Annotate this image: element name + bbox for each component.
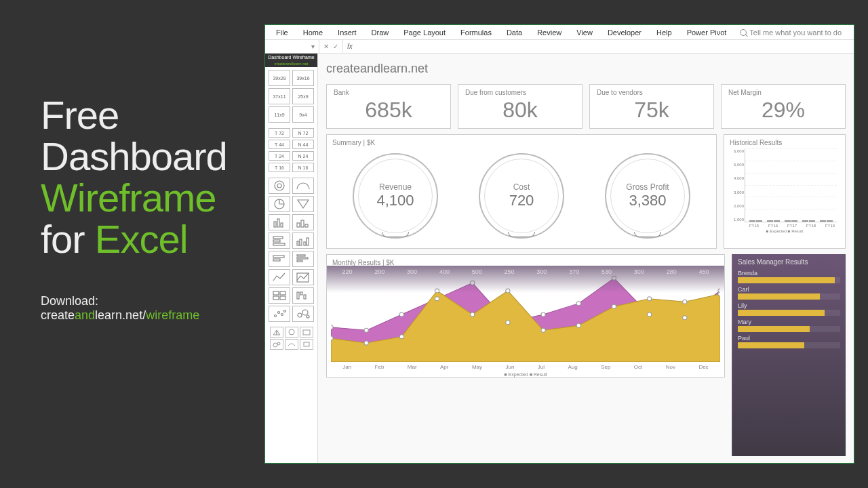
- shape-mini-3[interactable]: [300, 327, 313, 338]
- formula-bar: ▾ ✕ ✓ fx: [265, 40, 854, 54]
- shape-mini-5[interactable]: [285, 339, 298, 350]
- svg-rect-24: [273, 296, 279, 300]
- ribbon-tab-file[interactable]: File: [269, 28, 295, 37]
- ribbon-tab-insert[interactable]: Insert: [331, 28, 363, 37]
- ribbon-tab-view[interactable]: View: [570, 28, 599, 37]
- ribbon-tab-developer[interactable]: Developer: [601, 28, 648, 37]
- shapes-subtitle: createandlearn.net: [265, 61, 317, 67]
- svg-point-58: [506, 289, 510, 293]
- shape-size-5[interactable]: 11x9: [269, 106, 290, 123]
- ribbon-tab-review[interactable]: Review: [530, 28, 568, 37]
- shape-mini-6[interactable]: [300, 339, 313, 350]
- svg-point-32: [284, 310, 286, 312]
- svg-point-50: [648, 312, 652, 317]
- ribbon-tab-page-layout[interactable]: Page Layout: [397, 28, 452, 37]
- shape-grouped-icon[interactable]: [292, 232, 314, 249]
- mgr-row: Brenda: [738, 270, 840, 283]
- shape-columns2-icon[interactable]: [292, 214, 314, 230]
- ribbon-tab-home[interactable]: Home: [296, 28, 330, 37]
- summary-panel[interactable]: Summary | $K Revenue 4,100 Cost 720: [326, 134, 717, 249]
- name-box[interactable]: ▾: [265, 40, 319, 53]
- kpi-net-margin[interactable]: Net Margin 29%: [721, 84, 846, 129]
- svg-point-54: [364, 341, 368, 345]
- svg-point-51: [683, 316, 687, 320]
- ribbon-tab-draw[interactable]: Draw: [365, 28, 396, 37]
- shape-gauge-icon[interactable]: [292, 178, 314, 194]
- donut-revenue: Revenue 4,100: [353, 153, 438, 239]
- shape-mini-4[interactable]: [270, 339, 283, 350]
- excel-window: File Home Insert Draw Page Layout Formul…: [264, 24, 854, 464]
- svg-rect-37: [303, 330, 310, 335]
- mgr-row: Mary: [738, 319, 840, 332]
- shape-scatter-icon[interactable]: [269, 306, 290, 322]
- shape-size-4[interactable]: 25x9: [292, 88, 314, 104]
- shape-funnel-icon[interactable]: [292, 196, 314, 212]
- svg-point-46: [506, 321, 510, 325]
- ribbon-tab-data[interactable]: Data: [500, 28, 529, 37]
- svg-point-34: [302, 310, 308, 315]
- svg-point-62: [648, 297, 652, 301]
- shape-text-2[interactable]: N 72: [292, 128, 314, 138]
- shape-hbar2-icon[interactable]: [292, 251, 314, 267]
- shape-donut-icon[interactable]: [269, 178, 290, 194]
- shape-text-6[interactable]: N 24: [292, 151, 314, 161]
- shape-text-3[interactable]: T 44: [269, 140, 290, 149]
- shape-quad-icon[interactable]: [269, 287, 290, 304]
- shape-bubble-icon[interactable]: [292, 306, 314, 322]
- shapes-panel: Dashboard Wireframe createandlearn.net 3…: [265, 54, 318, 463]
- ribbon-tab-power-pivot[interactable]: Power Pivot: [680, 28, 734, 37]
- confirm-icon[interactable]: ✓: [333, 43, 338, 50]
- svg-point-1: [277, 184, 281, 188]
- historical-panel[interactable]: Historical Results 6,0005,0004,0003,0002…: [724, 134, 846, 249]
- promo-panel: Free Dashboard Wireframe for Excel Downl…: [0, 0, 264, 488]
- kpi-bank[interactable]: Bank 685k: [326, 84, 451, 129]
- shape-size-2[interactable]: 39x16: [292, 70, 314, 86]
- svg-rect-7: [301, 220, 304, 227]
- shape-text-7[interactable]: T 16: [269, 163, 290, 172]
- shape-line-icon[interactable]: [269, 269, 290, 285]
- shape-size-6[interactable]: 9x4: [292, 106, 314, 123]
- cancel-icon[interactable]: ✕: [323, 43, 329, 50]
- shape-text-1[interactable]: T 72: [269, 128, 290, 138]
- fx-label[interactable]: fx: [343, 40, 357, 53]
- sales-manager-panel[interactable]: Sales Manager Results BrendaCarlLilyMary…: [732, 254, 846, 456]
- monthly-panel[interactable]: Monthly Results | $K 2202003004005002503…: [326, 254, 725, 378]
- svg-point-53: [331, 336, 333, 340]
- shape-text-8[interactable]: N 16: [292, 163, 314, 172]
- svg-rect-26: [297, 292, 299, 299]
- kpi-due-to[interactable]: Due to vendors 75k: [589, 84, 714, 129]
- shape-pie-icon[interactable]: [269, 196, 290, 212]
- kpi-due-from[interactable]: Due from customers 80k: [458, 84, 583, 129]
- shape-waterfall-icon[interactable]: [292, 287, 314, 304]
- svg-point-63: [683, 300, 687, 304]
- svg-point-64: [718, 292, 720, 296]
- shape-columns-icon[interactable]: [269, 214, 290, 230]
- shape-mini-1[interactable]: [270, 327, 283, 338]
- ribbon: File Home Insert Draw Page Layout Formul…: [265, 25, 854, 40]
- svg-rect-22: [273, 291, 279, 295]
- svg-rect-10: [273, 240, 280, 242]
- svg-point-30: [278, 312, 280, 314]
- ribbon-tab-help[interactable]: Help: [650, 28, 679, 37]
- shape-text-4[interactable]: N 44: [292, 140, 314, 149]
- search-icon: [740, 29, 747, 36]
- mgr-row: Carl: [738, 286, 840, 300]
- download-link: Download: createandlearn.net/wireframe: [41, 294, 251, 323]
- shape-size-3[interactable]: 37x11: [269, 88, 290, 104]
- svg-rect-28: [304, 295, 306, 299]
- shape-hbar-icon[interactable]: [269, 251, 290, 267]
- shape-bars-icon[interactable]: [269, 232, 290, 249]
- svg-rect-5: [281, 223, 283, 227]
- svg-rect-4: [277, 219, 279, 227]
- svg-rect-20: [297, 260, 302, 262]
- shape-mini-2[interactable]: [285, 327, 298, 338]
- svg-rect-13: [300, 239, 302, 245]
- shape-size-1[interactable]: 39x28: [269, 70, 290, 86]
- tell-me-search[interactable]: Tell me what you want to do: [740, 28, 842, 37]
- svg-point-33: [298, 313, 302, 317]
- ribbon-tab-formulas[interactable]: Formulas: [454, 28, 498, 37]
- shape-text-5[interactable]: T 24: [269, 151, 290, 161]
- promo-headline: Free Dashboard Wireframe for Excel: [41, 95, 251, 260]
- donut-gross-profit: Gross Profit 3,380: [605, 153, 690, 239]
- shape-area-icon[interactable]: [292, 269, 314, 285]
